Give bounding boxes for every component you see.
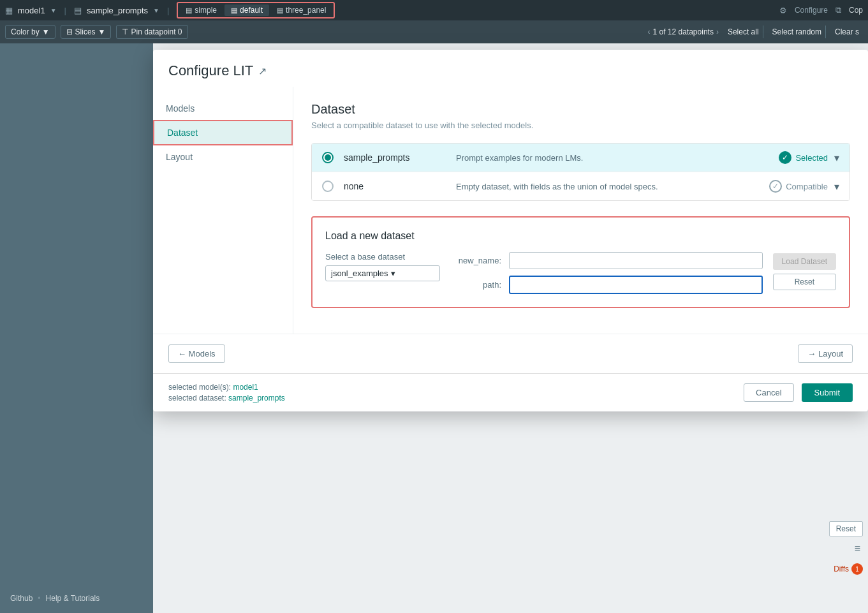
color-by-button[interactable]: Color by ▼ bbox=[5, 25, 55, 39]
submit-button[interactable]: Submit bbox=[802, 383, 853, 402]
selected-dataset-value[interactable]: sample_prompts bbox=[228, 394, 285, 403]
github-link[interactable]: Github bbox=[10, 594, 33, 603]
modal-overlay: Configure LIT ↗ Models Dataset Layout Da… bbox=[153, 43, 868, 613]
layout-tabs: ▤ simple ▤ default ▤ three_panel bbox=[177, 2, 335, 18]
prev-datapoint-icon[interactable]: ‹ bbox=[647, 27, 650, 36]
slices-chevron: ▼ bbox=[98, 27, 106, 36]
status-actions: Cancel Submit bbox=[744, 383, 853, 402]
second-bar: Color by ▼ ⊟ Slices ▼ ⊤ Pin datapoint 0 … bbox=[0, 20, 868, 43]
top-bar-separator-2: | bbox=[167, 6, 169, 15]
pin-label: Pin datapoint 0 bbox=[131, 27, 182, 36]
sidebar-item-dataset[interactable]: Dataset bbox=[153, 120, 293, 145]
dataset-expand-chevron-2[interactable]: ▾ bbox=[834, 181, 839, 193]
selected-label: Selected bbox=[795, 153, 828, 163]
sidebar-item-layout[interactable]: Layout bbox=[153, 145, 293, 168]
dataset-row-none: none Empty dataset, with fields as the u… bbox=[312, 172, 850, 200]
base-dataset-select[interactable]: jsonl_examples ▾ bbox=[325, 265, 440, 281]
modal-sidebar: Models Dataset Layout bbox=[153, 87, 293, 334]
dataset-status-sample-prompts: ✓ Selected ▾ bbox=[756, 151, 839, 164]
path-input[interactable] bbox=[509, 276, 763, 294]
dataset-name-sample-prompts: sample_prompts bbox=[344, 152, 446, 163]
content-area: Github • Help & Tutorials ⤡ ⤢ Datapoint … bbox=[0, 43, 868, 613]
tab-simple-icon: ▤ bbox=[186, 6, 192, 15]
tab-default[interactable]: ▤ default bbox=[224, 4, 269, 16]
pin-icon: ⊤ bbox=[122, 27, 128, 36]
tab-three-panel-label: three_panel bbox=[286, 6, 326, 15]
status-dataset-line: selected dataset: sample_prompts bbox=[168, 394, 285, 403]
sidebar-item-models[interactable]: Models bbox=[153, 97, 293, 120]
select-all-button[interactable]: Select all bbox=[724, 26, 763, 38]
new-name-input[interactable] bbox=[509, 252, 763, 269]
modal-main-content: Dataset Select a compatible dataset to u… bbox=[293, 87, 868, 334]
selected-models-label: selected model(s): bbox=[168, 383, 231, 392]
radio-none[interactable] bbox=[322, 181, 334, 192]
dataset-expand-chevron-1[interactable]: ▾ bbox=[834, 152, 839, 164]
radio-inner bbox=[325, 154, 331, 161]
left-panel: Github • Help & Tutorials bbox=[0, 43, 153, 613]
top-bar: ▦ model1 ▼ | ▤ sample_prompts ▼ | ▤ simp… bbox=[0, 0, 868, 20]
model-icon: ▦ bbox=[5, 6, 13, 15]
load-form: Select a base dataset jsonl_examples ▾ bbox=[325, 252, 836, 294]
color-by-chevron: ▼ bbox=[42, 27, 50, 36]
tab-simple-label: simple bbox=[195, 6, 217, 15]
prompts-label[interactable]: sample_prompts bbox=[87, 6, 148, 15]
dataset-row-sample-prompts: sample_prompts Prompt examples for moder… bbox=[312, 144, 850, 172]
tab-three-panel-icon: ▤ bbox=[277, 6, 283, 15]
modal-footer: ← Models → Layout bbox=[153, 334, 868, 373]
configure-link[interactable]: Configure bbox=[795, 6, 828, 15]
copy-label[interactable]: Cop bbox=[849, 6, 863, 15]
dataset-name-none: none bbox=[344, 181, 446, 191]
path-row: path: bbox=[450, 276, 763, 294]
form-actions: Load Dataset Reset bbox=[773, 252, 836, 290]
modal-title: Configure LIT bbox=[168, 63, 253, 79]
cancel-button[interactable]: Cancel bbox=[744, 383, 793, 402]
next-datapoint-icon[interactable]: › bbox=[716, 27, 719, 36]
dataset-table: sample_prompts Prompt examples for moder… bbox=[311, 143, 850, 201]
selected-models-value[interactable]: model1 bbox=[233, 383, 258, 392]
configure-icon: ⚙ bbox=[779, 6, 787, 15]
base-dataset-value: jsonl_examples bbox=[331, 269, 388, 278]
model-label[interactable]: model1 bbox=[18, 6, 45, 15]
new-name-row: new_name: bbox=[450, 252, 763, 269]
datapoints-nav: ‹ 1 of 12 datapoints › bbox=[647, 27, 718, 36]
select-random-button[interactable]: Select random bbox=[769, 26, 826, 38]
footer-nav-right: → Layout bbox=[798, 344, 853, 363]
left-footer: Github • Help & Tutorials bbox=[0, 594, 153, 603]
second-bar-right: ‹ 1 of 12 datapoints › Select all Select… bbox=[647, 26, 863, 38]
slices-button[interactable]: ⊟ Slices ▼ bbox=[61, 25, 112, 39]
prompts-icon: ▤ bbox=[74, 6, 82, 15]
pin-button[interactable]: ⊤ Pin datapoint 0 bbox=[116, 25, 188, 39]
base-dataset-chevron: ▾ bbox=[391, 269, 395, 278]
tab-three-panel[interactable]: ▤ three_panel bbox=[270, 4, 332, 16]
datapoints-count: 1 of 12 datapoints bbox=[652, 27, 713, 36]
status-models: selected model(s): model1 selected datas… bbox=[168, 383, 285, 403]
modal-body: Models Dataset Layout Dataset Select a c… bbox=[153, 87, 868, 334]
tab-simple[interactable]: ▤ simple bbox=[179, 4, 223, 16]
color-by-label: Color by bbox=[11, 27, 40, 36]
base-dataset-section: Select a base dataset jsonl_examples ▾ bbox=[325, 252, 440, 281]
right-panel: ⤡ ⤢ Datapoint Editor Reset ≡ Diffs 1 Con… bbox=[153, 43, 868, 613]
reset-form-button[interactable]: Reset bbox=[773, 274, 836, 290]
clear-button[interactable]: Clear s bbox=[831, 26, 863, 38]
top-bar-right: ⚙ Configure ⧉ Cop bbox=[779, 5, 863, 15]
prev-button[interactable]: ← Models bbox=[168, 344, 225, 363]
section-subtitle: Select a compatible dataset to use with … bbox=[311, 121, 850, 130]
prompts-dropdown-icon[interactable]: ▼ bbox=[153, 7, 159, 14]
load-dataset-button[interactable]: Load Dataset bbox=[773, 253, 836, 270]
path-label: path: bbox=[450, 280, 501, 290]
radio-sample-prompts[interactable] bbox=[322, 152, 334, 163]
new-name-label: new_name: bbox=[450, 256, 501, 265]
copy-icon: ⧉ bbox=[835, 5, 841, 15]
help-link[interactable]: Help & Tutorials bbox=[46, 594, 100, 603]
next-button[interactable]: → Layout bbox=[798, 344, 853, 363]
base-dataset-label: Select a base dataset bbox=[325, 252, 440, 262]
load-dataset-section: Load a new dataset Select a base dataset… bbox=[311, 216, 850, 308]
modal-status-bar: selected model(s): model1 selected datas… bbox=[153, 373, 868, 411]
tab-default-label: default bbox=[240, 6, 263, 15]
load-section-title: Load a new dataset bbox=[325, 230, 836, 242]
external-link-icon[interactable]: ↗ bbox=[258, 65, 267, 77]
configure-lit-modal: Configure LIT ↗ Models Dataset Layout Da… bbox=[153, 50, 868, 411]
tab-default-icon: ▤ bbox=[231, 6, 237, 15]
slices-label: Slices bbox=[75, 27, 96, 36]
model-dropdown-icon[interactable]: ▼ bbox=[50, 7, 57, 14]
